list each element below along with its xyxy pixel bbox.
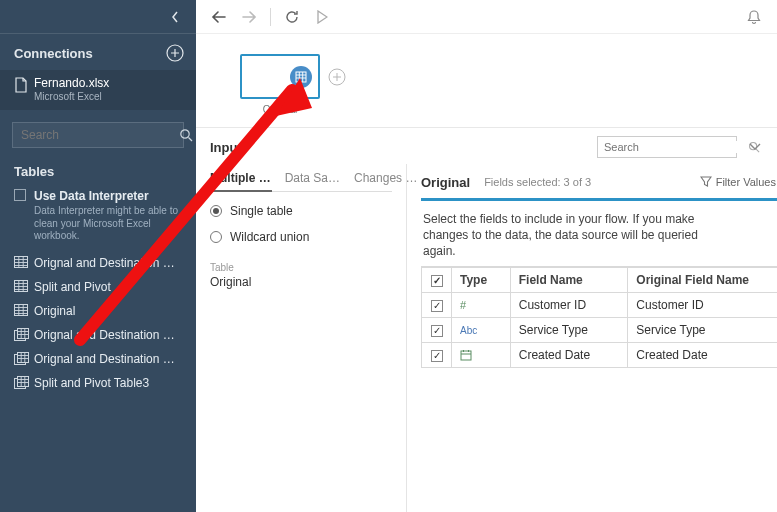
col-original-field-name: Original Field Name: [628, 267, 777, 292]
table-name: Original: [210, 275, 392, 289]
fields-selection-count: Fields selected: 3 of 3: [484, 176, 591, 188]
fields-message: Select the fields to include in your flo…: [421, 201, 731, 266]
tab-changes[interactable]: Changes …: [354, 171, 417, 191]
original-field-name: Created Date: [628, 342, 777, 367]
table-label: Table: [210, 262, 392, 273]
field-type-icon[interactable]: Abc: [452, 317, 511, 342]
svg-rect-6: [18, 328, 29, 338]
fields-grid: Type Field Name Original Field Name #Cus…: [421, 267, 777, 368]
panel-menu-button[interactable]: [747, 139, 763, 155]
fields-title: Original: [421, 175, 470, 190]
fields-pane: Original Fields selected: 3 of 3 Filter …: [406, 164, 777, 512]
table-item[interactable]: Orignal and Destination …: [0, 251, 196, 275]
input-settings-pane: Multiple … Data Sa… Changes … Single tab…: [196, 164, 406, 512]
radio-icon: [210, 205, 222, 217]
table-item[interactable]: Split and Pivot Table3: [0, 371, 196, 395]
field-row: AbcService TypeService Type: [422, 317, 778, 342]
field-checkbox[interactable]: [422, 292, 452, 317]
fields-search-input[interactable]: [598, 141, 748, 153]
field-type-icon[interactable]: #: [452, 292, 511, 317]
radio-icon: [210, 231, 222, 243]
sidebar-collapse[interactable]: [0, 0, 196, 34]
input-node-label: Original: [240, 104, 320, 115]
search-icon: [179, 128, 193, 142]
field-type-icon[interactable]: [452, 342, 511, 367]
interpreter-description: Data Interpreter might be able to clean …: [34, 205, 182, 243]
plus-circle-icon: [166, 44, 184, 62]
filter-values-label: Filter Values…: [716, 176, 777, 188]
flow-canvas[interactable]: Original: [196, 34, 777, 128]
radio-wildcard-label: Wildcard union: [230, 230, 309, 244]
document-icon: [14, 77, 28, 93]
table-item[interactable]: Split and Pivot: [0, 275, 196, 299]
field-name[interactable]: Service Type: [510, 317, 628, 342]
radio-single-label: Single table: [230, 204, 293, 218]
field-name[interactable]: Customer ID: [510, 292, 628, 317]
col-field-name: Field Name: [510, 267, 628, 292]
original-field-name: Customer ID: [628, 292, 777, 317]
svg-rect-10: [18, 376, 29, 386]
tab-data-sample[interactable]: Data Sa…: [285, 171, 340, 191]
table-icon: [290, 66, 312, 88]
toolbar: [196, 0, 777, 34]
fields-search[interactable]: [597, 136, 737, 158]
connections-label: Connections: [14, 46, 93, 61]
connection-item[interactable]: Fernando.xlsx Microsoft Excel: [0, 70, 196, 110]
forward-button[interactable]: [236, 4, 262, 30]
add-connection-button[interactable]: [166, 44, 184, 62]
fields-grid-scroll[interactable]: Type Field Name Original Field Name #Cus…: [421, 266, 777, 512]
svg-rect-11: [296, 72, 306, 82]
add-step-button[interactable]: [328, 68, 346, 86]
sidebar-search[interactable]: [12, 122, 184, 148]
funnel-icon: [700, 176, 712, 188]
field-checkbox[interactable]: [422, 317, 452, 342]
separator: [270, 8, 271, 26]
sidebar-search-input[interactable]: [13, 128, 179, 142]
connection-subtype: Microsoft Excel: [34, 91, 182, 102]
input-node[interactable]: [240, 54, 320, 99]
run-button[interactable]: [309, 4, 335, 30]
settings-tabs: Multiple … Data Sa… Changes …: [210, 164, 392, 192]
alerts-button[interactable]: [741, 4, 767, 30]
svg-rect-8: [18, 352, 29, 362]
original-field-name: Service Type: [628, 317, 777, 342]
tables-list: Orignal and Destination …Split and Pivot…: [0, 251, 196, 395]
field-name[interactable]: Created Date: [510, 342, 628, 367]
data-interpreter-option[interactable]: Use Data Interpreter Data Interpreter mi…: [0, 185, 196, 251]
connections-header: Connections: [0, 34, 196, 70]
main: Original Input Multipl: [196, 0, 777, 512]
interpreter-title: Use Data Interpreter: [34, 189, 182, 203]
table-item[interactable]: Original: [0, 299, 196, 323]
field-row: Created DateCreated Date: [422, 342, 778, 367]
radio-single-table[interactable]: Single table: [210, 204, 392, 218]
radio-wildcard-union[interactable]: Wildcard union: [210, 230, 392, 244]
table-item[interactable]: Orignal and Destination …: [0, 323, 196, 347]
col-type: Type: [452, 267, 511, 292]
field-row: #Customer IDCustomer ID: [422, 292, 778, 317]
table-item[interactable]: Orignal and Destination …: [0, 347, 196, 371]
filter-values-button[interactable]: Filter Values…: [700, 176, 777, 188]
config-title: Input: [210, 140, 242, 155]
svg-point-1: [181, 130, 189, 138]
interpreter-checkbox[interactable]: [14, 189, 26, 201]
field-checkbox[interactable]: [422, 342, 452, 367]
back-button[interactable]: [206, 4, 232, 30]
sidebar: Connections Fernando.xlsx Microsoft Exce…: [0, 0, 196, 512]
chevron-left-icon: [166, 8, 184, 26]
connection-name: Fernando.xlsx: [34, 76, 182, 90]
svg-rect-14: [461, 351, 471, 360]
select-all-checkbox[interactable]: [422, 267, 452, 292]
tables-header: Tables: [0, 154, 196, 185]
refresh-button[interactable]: [279, 4, 305, 30]
tab-multiple-files[interactable]: Multiple …: [210, 171, 271, 191]
config-panel: Input Multiple … Data Sa… Changes …: [196, 128, 777, 512]
